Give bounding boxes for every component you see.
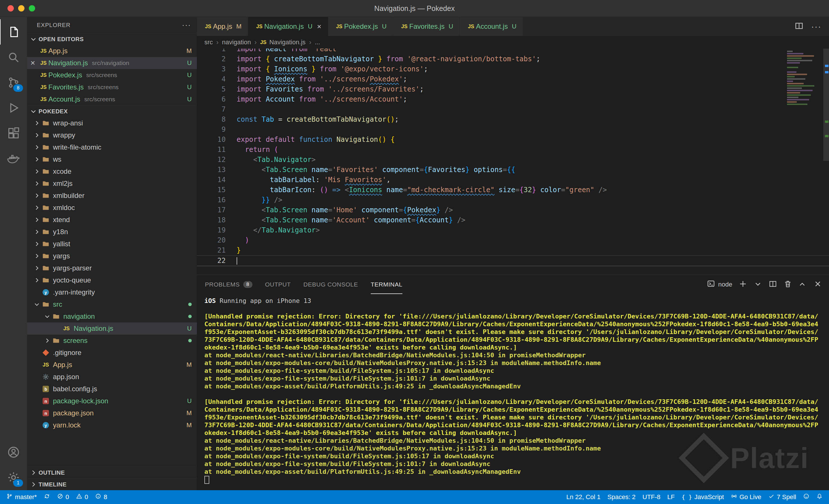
breadcrumb-item[interactable]: ... xyxy=(315,39,320,46)
tree-item[interactable]: ws xyxy=(27,153,197,165)
editor-tab-navigation-js[interactable]: JSNavigation.jsU× xyxy=(248,17,328,36)
editor-tab-pokedex-js[interactable]: JSPokedex.jsU xyxy=(328,17,393,36)
open-editor-item[interactable]: JSPokedex.jssrc/screensU xyxy=(27,69,197,81)
terminal-output[interactable]: iOS Running app on iPhone 13[Unhandled p… xyxy=(197,294,829,490)
breadcrumb-item[interactable]: navigation xyxy=(222,39,251,46)
shell-selector[interactable]: node xyxy=(707,279,732,290)
line-number: 1 xyxy=(197,49,237,54)
error-count[interactable]: 0 xyxy=(53,493,73,501)
tree-item[interactable]: wrap-ansi xyxy=(27,117,197,129)
tree-item[interactable]: y.yarn-integrity xyxy=(27,286,197,298)
info-count[interactable]: 8 xyxy=(92,493,111,501)
run-debug-icon[interactable] xyxy=(0,95,27,120)
tree-item[interactable]: app.json xyxy=(27,371,197,383)
git-branch-status[interactable]: master* xyxy=(3,493,40,501)
extensions-icon[interactable] xyxy=(0,120,27,146)
maximize-panel-icon[interactable] xyxy=(798,280,808,289)
panel-actions: node xyxy=(707,279,829,290)
panel-tab-problems[interactable]: PROBLEMS8 xyxy=(205,275,252,294)
spell-checker[interactable]: 7 Spell xyxy=(765,493,800,501)
encoding[interactable]: UTF-8 xyxy=(639,493,664,501)
code-text: import { Ionicons } from '@expo/vector-i… xyxy=(237,64,829,74)
close-editor-icon[interactable]: × xyxy=(27,59,39,68)
tree-item[interactable]: xtend xyxy=(27,214,197,226)
account-icon[interactable] xyxy=(0,439,27,465)
close-tab-icon[interactable]: × xyxy=(317,22,321,31)
source-control-icon[interactable]: 8 xyxy=(0,70,27,95)
close-panel-icon[interactable] xyxy=(814,280,822,289)
tree-item[interactable]: navigation xyxy=(27,310,197,322)
kill-terminal-icon[interactable] xyxy=(784,280,792,289)
project-section-header[interactable]: POKEDEX xyxy=(27,105,197,117)
item-name: xcode xyxy=(53,167,71,176)
tree-item[interactable]: JSNavigation.jsU xyxy=(27,322,197,335)
editor-tab-account-js[interactable]: JSAccount.jsU xyxy=(460,17,523,36)
split-terminal-icon[interactable] xyxy=(768,280,777,289)
tree-item[interactable]: yallist xyxy=(27,238,197,250)
go-live[interactable]: Go Live xyxy=(727,493,765,501)
eol[interactable]: LF xyxy=(664,493,678,501)
indentation[interactable]: Spaces: 2 xyxy=(604,493,639,501)
tree-item[interactable]: y18n xyxy=(27,226,197,238)
open-editors-header[interactable]: OPEN EDITORS xyxy=(27,33,197,45)
language-mode[interactable]: { }JavaScript xyxy=(678,493,727,501)
open-editor-item[interactable]: JSAccount.jssrc/screensU xyxy=(27,93,197,105)
code-line: 13 <Tab.Screen name='Favorites' componen… xyxy=(197,165,829,175)
tree-item[interactable]: JSApp.jsM xyxy=(27,359,197,371)
split-editor-icon[interactable] xyxy=(794,21,804,32)
javascript-file-icon: JS xyxy=(39,60,48,66)
breadcrumb-item[interactable]: Navigation.js xyxy=(269,39,306,46)
tree-item[interactable]: xmldoc xyxy=(27,202,197,214)
timeline-section-header[interactable]: TIMELINE xyxy=(27,478,197,490)
breadcrumb-item[interactable]: src xyxy=(204,39,213,46)
open-editor-item[interactable]: JSApp.jsM xyxy=(27,45,197,57)
tree-item[interactable]: xcode xyxy=(27,165,197,178)
code-editor[interactable]: 1import React from 'react'2import { crea… xyxy=(197,49,829,275)
tree-item[interactable]: bbabel.config.js xyxy=(27,383,197,395)
chevron-down-icon xyxy=(43,312,52,321)
outline-section-header[interactable]: OUTLINE xyxy=(27,467,197,478)
tree-item[interactable]: yyarn.lockM xyxy=(27,419,197,431)
broadcast-icon xyxy=(731,493,737,501)
status-right: Ln 22, Col 1Spaces: 2UTF-8LF{ }JavaScrip… xyxy=(563,493,826,501)
minimap[interactable] xyxy=(787,50,822,106)
terminal-dropdown-icon[interactable] xyxy=(754,280,762,289)
tree-item[interactable]: wrappy xyxy=(27,129,197,141)
search-icon[interactable] xyxy=(0,45,27,70)
tree-item[interactable]: npackage-lock.jsonU xyxy=(27,395,197,407)
tree-item[interactable]: screens xyxy=(27,335,197,347)
tree-item[interactable]: .gitignore xyxy=(27,347,197,359)
tree-item[interactable]: yocto-queue xyxy=(27,274,197,286)
explorer-icon[interactable] xyxy=(0,19,28,45)
code-line: 21} xyxy=(197,245,829,256)
editor-tab-favorites-js[interactable]: JSFavorites.jsU xyxy=(393,17,460,36)
tab-label: Account.js xyxy=(476,23,508,31)
tree-item[interactable]: src xyxy=(27,298,197,310)
notifications[interactable] xyxy=(813,493,826,501)
open-editor-item[interactable]: ×JSNavigation.jssrc/navigationU xyxy=(27,57,197,69)
tree-item[interactable]: xmlbuilder xyxy=(27,190,197,202)
open-editor-item[interactable]: JSFavorites.jssrc/screensU xyxy=(27,81,197,93)
js-file-icon: JS xyxy=(62,325,71,332)
docker-icon[interactable] xyxy=(0,146,27,171)
new-terminal-icon[interactable] xyxy=(738,280,747,289)
tree-item[interactable]: yargs xyxy=(27,250,197,262)
cursor-position[interactable]: Ln 22, Col 1 xyxy=(563,493,604,501)
editor-more-actions-icon[interactable]: ··· xyxy=(811,22,822,31)
tree-item[interactable]: yargs-parser xyxy=(27,262,197,274)
item-name: wrap-ansi xyxy=(53,119,83,127)
sync-status[interactable] xyxy=(40,493,53,501)
tree-item[interactable]: write-file-atomic xyxy=(27,141,197,153)
settings-gear-icon[interactable]: 1 xyxy=(0,465,27,490)
explorer-more-actions-icon[interactable]: ··· xyxy=(182,21,191,30)
warning-count[interactable]: 0 xyxy=(73,493,92,501)
panel-tab-output[interactable]: OUTPUT xyxy=(265,275,291,294)
panel-tab-debug-console[interactable]: DEBUG CONSOLE xyxy=(303,275,358,294)
panel-tab-terminal[interactable]: TERMINAL xyxy=(371,275,402,294)
tree-item[interactable]: npackage.jsonM xyxy=(27,407,197,419)
chevron-right-icon xyxy=(32,251,41,261)
feedback[interactable] xyxy=(800,493,813,501)
tree-item[interactable]: xml2js xyxy=(27,178,197,190)
editor-tab-app-js[interactable]: JSApp.jsM xyxy=(197,17,248,36)
panel-tab-label: PROBLEMS xyxy=(205,281,240,288)
